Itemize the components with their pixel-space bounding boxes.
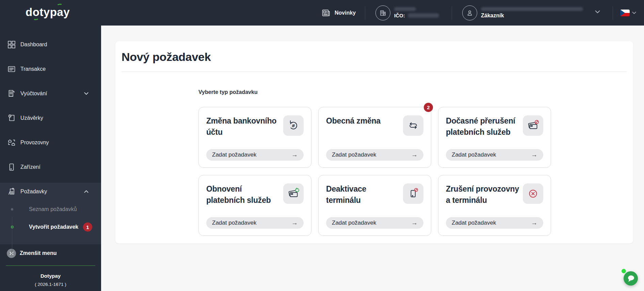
sidebar-item-billing[interactable]: Vyúčtování [0,81,101,106]
svg-text:#: # [292,123,295,128]
submit-request-button[interactable]: Zadat požadavek → [206,149,304,161]
chat-bubble-icon [627,275,635,282]
button-label: Zadat požadavek [212,220,256,226]
sidebar-item-devices[interactable]: Zařízení [0,155,101,179]
dotypay-logo[interactable]: dotypay [26,6,70,19]
sidebar-item-label: Provozovny [20,140,49,146]
stores-icon [7,138,16,147]
sidebar-item-dashboard[interactable]: Dashboard [0,32,101,57]
card-title: Zrušení provozovny a terminálu [446,183,519,206]
collapse-menu-label: Zmenšit menu [20,250,57,256]
collapse-menu-icon [7,249,16,258]
choose-type-label: Vyberte typ požadavku [198,89,258,95]
card-cancel-store-terminal[interactable]: Zrušení provozovny a terminálu Zadat pož… [438,175,551,236]
transactions-icon [7,65,16,74]
topbar-divider [365,6,365,20]
sidebar-item-label: Požadavky [20,189,47,195]
sidebar-item-requests[interactable]: Požadavky [0,183,101,200]
logo-green-arc-under-o [33,16,39,20]
sidebar-item-label: Zařízení [20,164,41,170]
news-link[interactable]: Novinky [322,0,356,26]
button-label: Zadat požadavek [332,151,376,158]
sidebar-footer-brand: Dotypay [0,273,101,279]
submit-request-button[interactable]: Zadat požadavek → [326,149,423,161]
billing-icon [7,89,16,98]
chevron-up-icon [84,190,88,193]
account-selector[interactable]: Zákazník [462,0,583,26]
redacted-company-name [394,7,416,11]
sidebar-item-label: Transakce [20,66,46,72]
sidebar-item-stores[interactable]: Provozovny [0,130,101,155]
submenu-active-dot [11,226,14,228]
collapse-menu-button[interactable]: Zmenšit menu [0,248,101,258]
chat-button[interactable] [624,271,638,286]
bank-change-icon: # [283,115,304,136]
language-selector[interactable] [620,0,636,26]
topbar: dotypay Novinky [0,0,644,26]
new-request-panel: Nový požadavek Vyberte typ požadavku Změ… [115,41,633,243]
logo-text: dotypay [26,6,70,18]
submit-request-button[interactable]: Zadat požadavek → [206,217,304,229]
card-suspend-icon [523,115,543,136]
building-icon [375,5,390,20]
closures-icon [7,114,16,123]
card-bank-account-change[interactable]: Změna bankovního účtu # Zadat požadavek … [198,107,311,168]
card-general-change[interactable]: 2 Obecná změna Zadat požadavek → [318,107,431,168]
request-type-grid: Změna bankovního účtu # Zadat požadavek … [198,107,551,236]
card-title: Změna bankovního účtu [206,115,280,138]
general-change-icon [403,115,423,136]
chat-online-dot [622,269,626,273]
terminal-deactivate-icon [403,183,423,204]
redacted-ico-number [408,13,439,18]
subitem-label: Seznam požadavků [29,206,77,212]
submit-request-button[interactable]: Zadat požadavek → [446,217,543,229]
title-divider [122,71,627,72]
account-chevron-down-icon[interactable] [595,10,600,14]
sidebar-subitem-request-list[interactable]: Seznam požadavků [0,200,101,218]
czech-flag-icon [620,10,630,16]
sidebar-item-closures[interactable]: Uzávěrky [0,106,101,130]
sidebar: Dashboard Transakce [0,26,101,291]
newspaper-icon [322,9,331,17]
ico-label: IČO: [394,13,405,18]
news-label: Novinky [335,10,356,16]
sidebar-footer-version: ( 2026.1-1671 ) [0,282,101,287]
card-renew-icon [283,183,304,204]
user-icon [462,5,477,20]
chevron-down-icon [84,92,88,95]
submit-request-button[interactable]: Zadat požadavek → [326,217,423,229]
topbar-divider [452,6,452,20]
dotypay-app: dotypay Novinky [0,0,644,291]
company-selector[interactable]: IČO: [375,0,439,26]
arrow-right-icon: → [291,219,298,227]
sidebar-requests-section: Požadavky Seznam požadavků Vytvořit poža… [0,183,101,244]
devices-icon [7,163,16,172]
card-deactivate-terminal[interactable]: Deaktivace terminálu Zadat pož [318,175,431,236]
arrow-right-icon: → [411,219,418,227]
arrow-right-icon: → [531,151,537,159]
sidebar-item-transactions[interactable]: Transakce [0,57,101,81]
customer-role-label: Zákazník [481,13,504,19]
card-renew-payment-services[interactable]: Obnovení platebních služeb [198,175,311,236]
page-title: Nový požadavek [122,50,211,64]
arrow-right-icon: → [291,151,298,159]
submit-request-button[interactable]: Zadat požadavek → [446,149,543,161]
submenu-dot [11,208,13,211]
sidebar-item-label: Uzávěrky [20,115,43,121]
arrow-right-icon: → [531,219,537,227]
card-title: Obecná změna [326,115,381,136]
card-count-badge: 2 [424,103,433,112]
arrow-right-icon: → [411,151,418,159]
requests-icon [7,187,16,196]
sidebar-subitem-create-request[interactable]: Vytvořit požadavek 1 [0,218,101,236]
button-label: Zadat požadavek [212,151,256,158]
card-title: Obnovení platebních služeb [206,183,280,206]
topbar-divider [613,6,613,20]
sidebar-green-divider [6,265,95,266]
sidebar-item-label: Vyúčtování [20,91,47,97]
button-label: Zadat požadavek [452,151,496,158]
sidebar-item-label: Dashboard [20,42,47,48]
card-suspend-payment-services[interactable]: Dočasné přerušení platebních služeb [438,107,551,168]
subitem-label: Vytvořit požadavek [29,224,78,230]
card-title: Deaktivace terminálu [326,183,400,206]
